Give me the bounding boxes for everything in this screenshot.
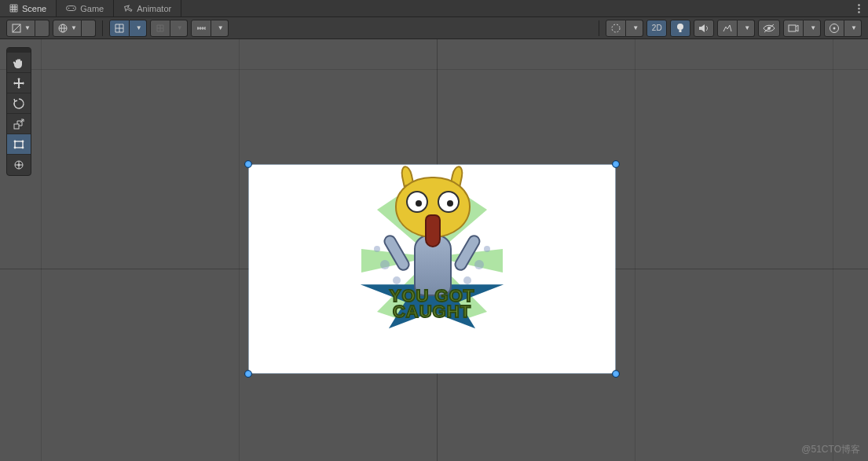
kebab-icon (858, 4, 860, 13)
grid-snap-icon (114, 23, 125, 34)
svg-point-39 (380, 260, 390, 269)
lightbulb-icon (676, 23, 685, 34)
svg-rect-18 (679, 30, 682, 32)
ruler-icon (196, 23, 207, 34)
transform-tool[interactable] (7, 155, 31, 175)
snap-increment-dropdown[interactable]: ▼ (170, 20, 188, 37)
svg-rect-24 (14, 124, 19, 129)
tab-scene[interactable]: Scene (0, 0, 57, 16)
svg-point-2 (73, 8, 75, 9)
svg-rect-21 (789, 25, 796, 31)
transform-tool-panel (6, 47, 31, 176)
chevron-down-icon: ▼ (810, 24, 816, 31)
svg-point-27 (22, 140, 24, 142)
svg-rect-25 (15, 141, 23, 148)
svg-point-17 (677, 24, 683, 30)
rect-icon (13, 138, 25, 151)
shading-mode-button[interactable]: ▼ (53, 20, 82, 37)
resize-handle-tl[interactable] (244, 160, 252, 168)
scale-tool[interactable] (7, 114, 31, 134)
tab-label: Scene (22, 4, 46, 13)
svg-point-3 (858, 4, 859, 5)
svg-point-29 (22, 146, 24, 148)
scene-viewport[interactable]: YOU GOT CAUGHT @51CTO博客 (0, 39, 868, 461)
svg-point-42 (463, 276, 471, 284)
tab-game[interactable]: Game (57, 0, 114, 16)
chevron-down-icon: ▼ (744, 24, 750, 31)
draw-mode-dropdown[interactable] (35, 20, 49, 37)
rotate-tool[interactable] (7, 93, 31, 114)
move-icon (13, 77, 25, 90)
chevron-down-icon: ▼ (177, 24, 183, 31)
transform-icon (13, 159, 25, 171)
chevron-down-icon: ▼ (851, 24, 857, 31)
rect-outline-icon (11, 23, 22, 34)
grid-snap-button[interactable] (109, 20, 130, 37)
draw-mode-button[interactable]: ▼ (6, 20, 35, 37)
tab-bar: Scene Game Animator (0, 0, 868, 17)
watermark: @51CTO博客 (801, 443, 860, 456)
chevron-down-icon: ▼ (71, 24, 77, 31)
grid-snap-dropdown[interactable]: ▼ (130, 20, 147, 37)
resize-handle-tr[interactable] (612, 160, 620, 168)
svg-point-1 (68, 8, 70, 9)
snap-increment-button[interactable] (150, 20, 170, 37)
chevron-down-icon: ▼ (218, 24, 224, 31)
camera-dropdown[interactable]: ▼ (804, 20, 821, 37)
tab-context-menu[interactable] (849, 0, 868, 16)
shading-mode-dropdown[interactable] (82, 20, 96, 37)
audio-icon (698, 24, 709, 33)
svg-point-4 (858, 7, 859, 9)
fx-icon (722, 24, 733, 33)
resize-handle-br[interactable] (612, 370, 620, 378)
sprite-artwork: YOU GOT CAUGHT (334, 170, 530, 359)
visibility-toggle[interactable] (758, 20, 780, 37)
svg-point-40 (474, 260, 484, 269)
gizmos-button[interactable] (824, 20, 844, 37)
svg-point-23 (833, 27, 836, 29)
hand-icon (13, 57, 25, 69)
svg-point-16 (612, 24, 620, 32)
sprite-canvas: YOU GOT CAUGHT (249, 165, 615, 373)
svg-point-41 (393, 276, 401, 284)
mode-2d-button[interactable]: 2D (646, 20, 667, 37)
increment-snap-dropdown[interactable]: ▼ (211, 20, 229, 37)
chevron-down-icon: ▼ (632, 24, 639, 31)
gizmos-dropdown[interactable]: ▼ (844, 20, 862, 37)
view-tool[interactable] (7, 53, 31, 73)
sprite-caption: YOU GOT CAUGHT (334, 288, 530, 320)
scale-icon (13, 118, 25, 130)
chevron-down-icon: ▼ (136, 24, 142, 31)
lighting-toggle[interactable] (670, 20, 690, 37)
debug-draw-dropdown[interactable]: ▼ (626, 20, 643, 37)
tab-label: Game (80, 4, 104, 13)
move-tool[interactable] (7, 73, 31, 93)
svg-point-31 (18, 164, 20, 166)
rotate-icon (13, 97, 25, 110)
animator-icon (123, 5, 133, 13)
snap-icon (155, 23, 166, 34)
svg-line-7 (13, 24, 20, 32)
circle-dash-icon (610, 23, 621, 34)
svg-rect-0 (67, 6, 76, 11)
selected-object[interactable]: YOU GOT CAUGHT (249, 165, 615, 373)
eye-off-icon (763, 24, 775, 33)
gizmo-icon (829, 23, 840, 34)
svg-point-26 (14, 140, 16, 142)
debug-draw-button[interactable] (606, 20, 626, 37)
tab-label: Animator (137, 4, 171, 13)
camera-icon (788, 24, 799, 32)
svg-point-44 (484, 246, 490, 252)
fx-toggle[interactable] (717, 20, 738, 37)
gamepad-icon (66, 5, 76, 12)
svg-point-28 (14, 146, 16, 148)
tab-animator[interactable]: Animator (114, 0, 181, 16)
chevron-down-icon: ▼ (24, 24, 31, 31)
rect-tool[interactable] (7, 134, 31, 155)
resize-handle-bl[interactable] (244, 370, 252, 378)
fx-dropdown[interactable]: ▼ (738, 20, 755, 37)
audio-toggle[interactable] (694, 20, 714, 37)
scene-toolbar: ▼ ▼ ▼ ▼ ▼ ▼ 2D (0, 17, 868, 39)
camera-button[interactable] (783, 20, 804, 37)
increment-snap-button[interactable] (191, 20, 211, 37)
